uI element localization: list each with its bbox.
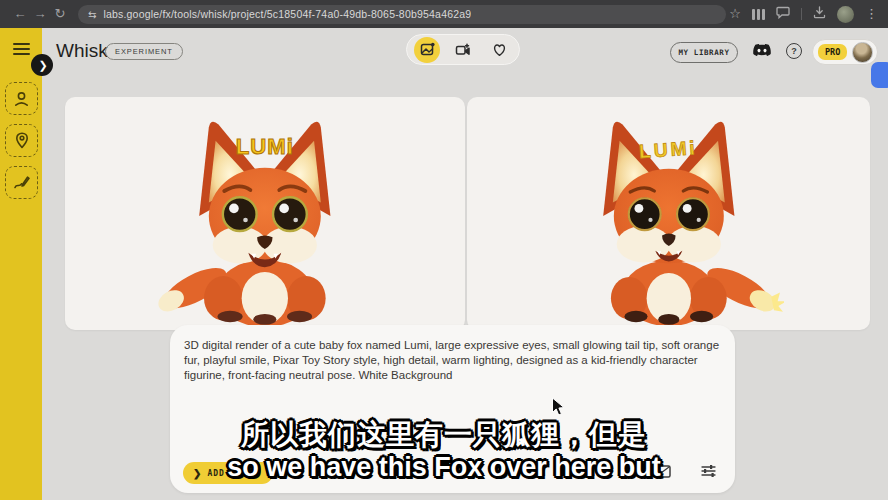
extensions-icon[interactable] xyxy=(752,9,765,20)
chevron-right-icon: ❯ xyxy=(38,60,47,71)
pro-badge: PRO xyxy=(818,44,847,60)
sidebar-item-subject[interactable] xyxy=(5,82,38,115)
tune-icon xyxy=(701,464,716,478)
image-icon xyxy=(420,42,435,57)
back-icon[interactable]: ← xyxy=(10,0,30,28)
image-mode-button[interactable] xyxy=(414,37,440,63)
browser-topbar: ← → ↻ ⇆ labs.google/fx/tools/whisk/proje… xyxy=(0,0,888,28)
account-button[interactable]: PRO xyxy=(812,39,878,65)
aspect-ratio-button[interactable] xyxy=(655,464,671,482)
help-icon[interactable]: ? xyxy=(786,43,802,59)
blue-side-widget[interactable] xyxy=(871,62,888,88)
chevron-right-icon: ❯ xyxy=(193,468,201,479)
forward-icon[interactable]: → xyxy=(30,0,50,28)
sidebar-expand-button[interactable]: ❯ xyxy=(31,54,53,76)
generated-image-right[interactable]: LUMi xyxy=(467,97,870,330)
sidebar xyxy=(0,28,42,500)
url-text: labs.google/fx/tools/whisk/project/5c185… xyxy=(103,8,471,20)
experiment-badge: EXPERIMENT xyxy=(105,43,183,60)
add-image-button[interactable]: ❯ ADD IMAGE xyxy=(183,462,273,484)
bookmark-star-icon[interactable]: ☆ xyxy=(729,0,741,28)
heart-icon xyxy=(492,43,507,57)
address-bar[interactable]: ⇆ labs.google/fx/tools/whisk/project/5c1… xyxy=(78,5,726,24)
favorites-button[interactable] xyxy=(486,37,512,63)
hamburger-icon[interactable] xyxy=(13,43,30,55)
character-name-label: LUMi xyxy=(236,134,294,159)
settings-button[interactable] xyxy=(701,464,716,482)
fox-illustration-left: LUMi xyxy=(149,108,381,330)
user-avatar xyxy=(852,42,873,63)
video-camera-icon xyxy=(455,43,471,57)
toolbar-divider xyxy=(801,8,802,20)
chat-icon[interactable] xyxy=(776,5,790,23)
person-icon xyxy=(13,91,30,107)
character-name-label: LUMi xyxy=(638,137,698,162)
prompt-input[interactable]: 3D digital render of a cute baby fox nam… xyxy=(184,338,721,384)
add-image-label: ADD IMAGE xyxy=(207,469,259,478)
generated-image-left[interactable]: LUMi xyxy=(65,97,465,330)
video-mode-button[interactable] xyxy=(450,37,476,63)
my-library-button[interactable]: MY LIBRARY xyxy=(670,42,738,63)
prompt-panel: 3D digital render of a cute baby fox nam… xyxy=(170,325,735,493)
mode-toolbar xyxy=(406,34,520,65)
style-pen-icon xyxy=(13,175,30,191)
sidebar-item-scene[interactable] xyxy=(5,124,38,157)
site-info-icon[interactable]: ⇆ xyxy=(88,5,96,24)
fox-illustration-right: LUMi xyxy=(553,108,785,330)
download-icon[interactable] xyxy=(813,5,826,23)
sidebar-item-style[interactable] xyxy=(5,166,38,199)
browser-menu-icon[interactable]: ⋮ xyxy=(865,0,878,28)
browser-profile-avatar[interactable] xyxy=(837,6,854,23)
aspect-ratio-icon xyxy=(655,465,671,478)
location-pin-icon xyxy=(14,132,30,149)
page-title: Whisk xyxy=(56,40,108,62)
reload-icon[interactable]: ↻ xyxy=(50,0,70,28)
discord-icon[interactable] xyxy=(752,42,772,62)
